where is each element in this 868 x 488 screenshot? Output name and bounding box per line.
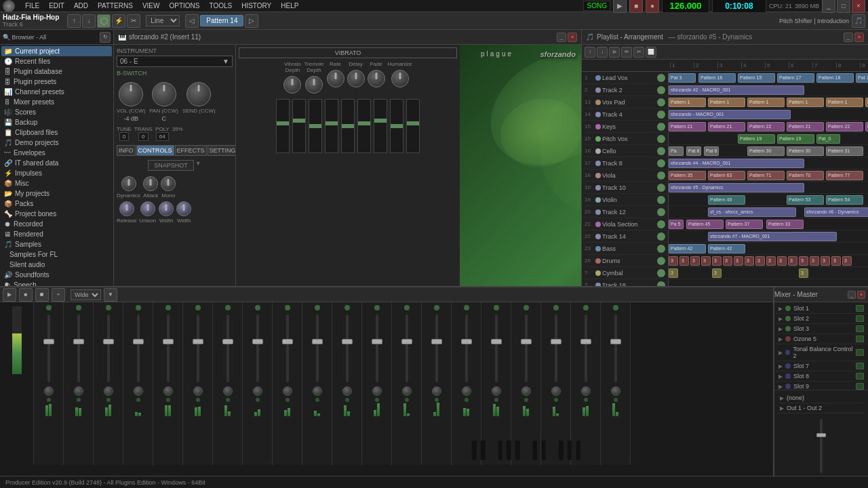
channel-fader-handle-8[interactable] xyxy=(282,339,293,344)
track-mute-btn-6[interactable] xyxy=(657,147,665,155)
pattern-block-8-4[interactable]: Pattern 77 xyxy=(826,171,863,180)
sidebar-item-backup[interactable]: 💾 Backup xyxy=(1,117,112,127)
channel-power-dot-7[interactable] xyxy=(255,305,260,310)
param-slider-7[interactable] xyxy=(374,99,387,153)
channel-power-dot-0[interactable] xyxy=(46,305,52,310)
pattern-block-2-3[interactable]: Pattern 1 xyxy=(787,98,824,107)
track-mute-btn-11[interactable] xyxy=(657,208,665,216)
minimize-btn[interactable]: _ xyxy=(822,0,835,13)
playlist-tool-5[interactable]: ✂ xyxy=(633,47,644,58)
sidebar-item-it-shared[interactable]: 🔗 IT shared data xyxy=(1,158,112,168)
master-none-insert[interactable]: ▶ (none) xyxy=(777,393,865,403)
insert-mute-btn-3[interactable] xyxy=(856,336,864,342)
sidebar-item-channel-presets[interactable]: 📊 Channel presets xyxy=(1,87,112,97)
mono-knob[interactable] xyxy=(161,176,176,191)
track-mute-btn-3[interactable] xyxy=(657,110,665,119)
pan-knob[interactable] xyxy=(152,82,176,106)
channel-power-dot-10[interactable] xyxy=(344,305,350,310)
sidebar-item-clipboard[interactable]: 📋 Clipboard files xyxy=(1,127,112,138)
param-slider-6[interactable] xyxy=(357,99,371,153)
track-mute-btn-8[interactable] xyxy=(657,171,665,180)
pattern-block-2-5[interactable]: Pattern 1 xyxy=(865,98,868,107)
trans-value[interactable]: 0 xyxy=(138,132,148,141)
master-vol-fader[interactable] xyxy=(12,306,22,374)
pattern-block-0-0[interactable]: Pat 3 xyxy=(669,73,696,83)
master-vfader[interactable] xyxy=(820,419,823,473)
piano-key-dsharp[interactable] xyxy=(481,441,485,460)
sidebar-item-impulses[interactable]: ⚡ Impulses xyxy=(1,168,112,178)
pattern-block-6-3[interactable]: Pattern 30 xyxy=(747,146,785,156)
piano-key-gsharp2[interactable] xyxy=(568,441,572,460)
channel-fader-handle-9[interactable] xyxy=(312,339,323,344)
close-btn[interactable]: × xyxy=(852,0,865,13)
insert-mute-btn-2[interactable] xyxy=(856,325,864,332)
master-fader-handle[interactable] xyxy=(816,433,826,437)
channel-fader-handle-0[interactable] xyxy=(43,339,54,344)
pattern-block-15-1[interactable]: 3 xyxy=(679,256,689,266)
pattern-block-15-15[interactable]: 3 xyxy=(831,256,841,266)
snap-mode-select[interactable]: Line Cell None xyxy=(146,15,180,26)
insert-mute-btn-1[interactable] xyxy=(856,315,864,322)
channel-fader-handle-18[interactable] xyxy=(580,339,591,344)
channel-fader-handle-6[interactable] xyxy=(222,339,233,344)
seq-rec-btn[interactable]: ⏺ xyxy=(35,288,49,302)
pattern-block-13-0[interactable]: sforzando #7 - MACRO_001 xyxy=(708,232,837,241)
sidebar-item-soundfonts[interactable]: 🔊 Soundfonts xyxy=(1,270,112,280)
toolbar-btn-2[interactable]: ↓ xyxy=(82,14,96,28)
sidebar-item-envelopes[interactable]: 〰 Envelopes xyxy=(1,148,112,158)
pattern-block-4-3[interactable]: Pattern 21 xyxy=(787,122,824,131)
pattern-block-0-5[interactable]: Pat 7 xyxy=(856,73,868,83)
playlist-tool-6[interactable]: ⬜ xyxy=(646,47,656,58)
pattern-block-15-5[interactable]: 3 xyxy=(723,256,732,266)
toolbar-btn-3[interactable]: ◯ xyxy=(97,14,111,28)
channel-pan-knob-16[interactable] xyxy=(521,386,531,396)
pattern-block-10-0[interactable]: Pattern 49 xyxy=(708,195,745,205)
menu-edit[interactable]: EDIT xyxy=(47,1,66,10)
channel-power-dot-19[interactable] xyxy=(613,305,618,310)
pattern-selector[interactable]: Pattern 14 xyxy=(200,15,243,26)
sidebar-item-packs[interactable]: 📦 Packs xyxy=(1,199,112,209)
channel-power-dot-6[interactable] xyxy=(225,305,231,310)
track-mute-btn-10[interactable] xyxy=(657,196,665,204)
inst-close-btn[interactable]: × xyxy=(568,33,577,42)
pattern-block-12-0[interactable]: Pa 5 xyxy=(669,220,684,229)
pattern-block-3-0[interactable]: sforzando - MACRO_001 xyxy=(669,110,791,119)
tab-effects[interactable]: EFFECTS xyxy=(175,145,207,156)
piano-key-csharp[interactable] xyxy=(472,441,476,460)
piano-key-fsharp2[interactable] xyxy=(559,441,563,460)
pattern-block-6-1[interactable]: Pat 8 xyxy=(686,146,701,156)
pattern-block-15-14[interactable]: 3 xyxy=(821,256,830,266)
menu-tools[interactable]: TOOLS xyxy=(207,1,234,10)
sidebar-item-mixer-presets[interactable]: 🎚 Mixer presets xyxy=(1,97,112,107)
pattern-block-4-1[interactable]: Pattern 21 xyxy=(708,122,745,131)
sidebar-item-rendered[interactable]: 🖥 Rendered xyxy=(1,229,112,239)
master-insert-3[interactable]: ▶Ozone 5 xyxy=(776,334,867,344)
delay-knob[interactable] xyxy=(347,70,365,87)
sidebar-item-silent-audio[interactable]: Silent audio xyxy=(1,260,112,270)
piano-key-gsharp[interactable] xyxy=(507,441,511,460)
maximize-btn[interactable]: □ xyxy=(837,0,850,13)
playlist-tool-1[interactable]: ↑ xyxy=(585,47,595,58)
master-insert-6[interactable]: ▶Slot 8 xyxy=(776,371,867,382)
master-insert-4[interactable]: ▶Tonal Balance Control 2 xyxy=(776,344,867,361)
master-insert-0[interactable]: ▶Slot 1 xyxy=(776,304,867,314)
snapshot-btn[interactable]: SNAPSHOT xyxy=(148,160,194,171)
tune-value[interactable]: 0 xyxy=(119,132,129,141)
master-insert-1[interactable]: ▶Slot 2 xyxy=(776,314,867,324)
channel-pan-knob-8[interactable] xyxy=(283,386,292,396)
pattern-block-11-1[interactable]: sforzando #6 - Dynamics xyxy=(804,207,868,217)
pattern-block-4-5[interactable]: Pattern 22 xyxy=(865,122,868,131)
channel-power-dot-9[interactable] xyxy=(315,305,320,310)
menu-history[interactable]: HISTORY xyxy=(239,1,273,10)
menu-patterns[interactable]: PATTERNS xyxy=(96,1,135,10)
master-insert-2[interactable]: ▶Slot 3 xyxy=(776,324,867,334)
trem-depth-knob[interactable] xyxy=(305,76,323,94)
rate-knob[interactable] xyxy=(327,70,344,87)
seq-pattern-select[interactable]: Wide xyxy=(71,289,101,300)
seq-dropdown-btn[interactable]: ▼ xyxy=(104,288,117,302)
pattern-block-15-10[interactable]: 3 xyxy=(777,256,787,266)
pattern-block-0-4[interactable]: Pattern 18 xyxy=(816,73,854,83)
pattern-block-8-3[interactable]: Pattern 70 xyxy=(787,171,824,180)
tab-info[interactable]: INFO xyxy=(117,145,136,156)
sidebar-item-my-projects[interactable]: 📂 My projects xyxy=(1,188,112,199)
